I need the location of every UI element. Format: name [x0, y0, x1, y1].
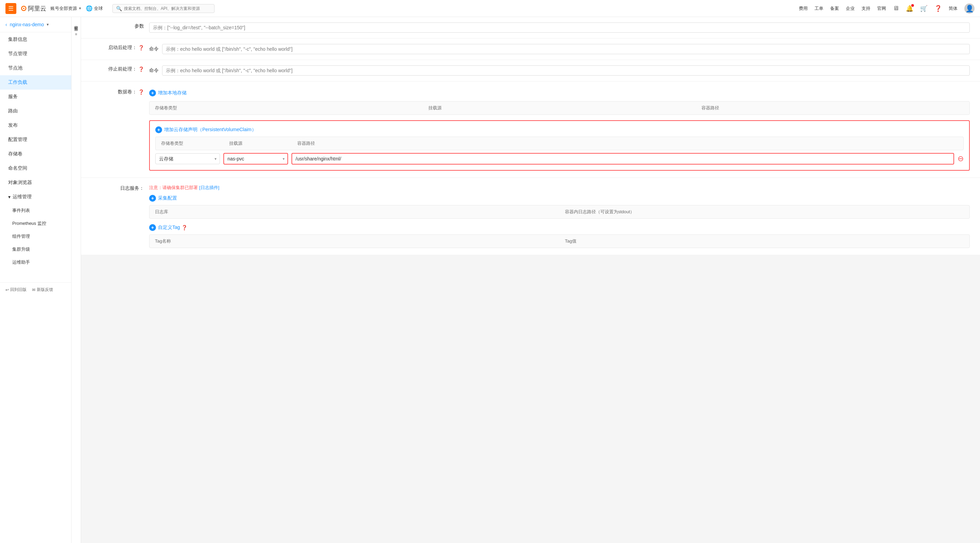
data-volume-label: 数据卷： — [118, 89, 137, 95]
pre-stop-input[interactable] — [162, 65, 970, 76]
tag-value-col: Tag值 — [560, 235, 969, 248]
sidebar-project-arrow-icon[interactable]: ▾ — [47, 22, 49, 27]
back-icon: ↩ — [5, 288, 9, 292]
user-avatar[interactable]: 👤 — [964, 3, 975, 14]
pvc-storage-type-col: 存储卷类型 — [156, 137, 224, 150]
collapsed-key-panel-label: 密钥配置 — [72, 17, 81, 31]
hamburger-button[interactable]: ☰ — [5, 3, 16, 14]
pvc-container-path-col: 容器路径 — [292, 137, 963, 150]
collapsed-panel-toggle[interactable]: ≡ — [73, 31, 78, 37]
global-selector[interactable]: 🌐 全球 — [86, 5, 103, 11]
log-path-col: 容器内日志路径（可设置为stdout） — [560, 205, 969, 218]
bell-icon-wrapper[interactable]: 🔔 — [906, 5, 913, 12]
local-container-path-col: 容器路径 — [696, 102, 969, 115]
params-label: 参数 — [91, 23, 144, 29]
params-input[interactable] — [149, 22, 970, 33]
search-icon: 🔍 — [116, 6, 122, 11]
storage-type-select[interactable]: 云存储 本地存储 临时目录 — [155, 153, 220, 164]
sidebar-item-node-pool[interactable]: 节点池 — [0, 61, 71, 75]
pre-stop-cmd-label: 命令 — [149, 67, 159, 73]
collect-config-button[interactable]: + 采集配置 — [149, 195, 970, 202]
search-box[interactable]: 🔍 — [112, 4, 215, 13]
add-pvc-label: 增加云存储声明（PersistentVolumeClaim） — [164, 127, 256, 133]
nav-backup[interactable]: 备案 — [830, 5, 839, 11]
sidebar-footer: ↩ 回到旧版 ✉ 新版反馈 — [0, 282, 71, 297]
pre-stop-section: 停止前处理： ❓ 命令 — [81, 60, 980, 81]
nav-workbench[interactable]: 工单 — [815, 5, 823, 11]
sidebar-item-workload[interactable]: 工作负载 — [0, 75, 71, 89]
hamburger-icon: ☰ — [8, 5, 14, 12]
local-mount-source-col: 挂载源 — [423, 102, 696, 115]
pre-stop-help-icon[interactable]: ❓ — [138, 67, 144, 72]
sidebar-item-node-management[interactable]: 节点管理 — [0, 47, 71, 61]
post-start-section: 启动后处理： ❓ 命令 — [81, 38, 980, 60]
log-table-header: 日志库 容器内日志路径（可设置为stdout） — [149, 205, 970, 219]
main-content: 参数 启动后处理： ❓ 命令 停止前处理： ❓ 命令 — [81, 17, 980, 543]
custom-tag-add-row: + 自定义Tag ❓ — [149, 224, 970, 231]
sidebar-item-release[interactable]: 发布 — [0, 118, 71, 132]
sidebar-group-ops-arrow-icon: ▾ — [8, 194, 11, 200]
pvc-table-header: 存储卷类型 挂载源 容器路径 — [155, 137, 964, 150]
logo-text: 阿里云 — [28, 5, 46, 13]
collapsed-key-panel: 密钥配置 ≡ — [72, 17, 81, 543]
new-version-feedback-button[interactable]: ✉ 新版反馈 — [32, 287, 53, 293]
log-plugin-link[interactable]: [日志插件] — [199, 185, 219, 191]
mount-source-select[interactable]: nas-pvc pvc-demo — [223, 153, 288, 164]
post-start-input[interactable] — [162, 44, 970, 54]
sidebar-item-namespace[interactable]: 命名空间 — [0, 161, 71, 175]
sidebar-item-config-management[interactable]: 配置管理 — [0, 132, 71, 147]
help-icon[interactable]: ❓ — [934, 5, 942, 12]
nav-simplified[interactable]: 简体 — [949, 5, 958, 11]
sidebar-item-cluster-info[interactable]: 集群信息 — [0, 32, 71, 47]
nav-enterprise[interactable]: 企业 — [846, 5, 855, 11]
add-local-storage-plus-icon: + — [149, 89, 156, 96]
add-custom-tag-button[interactable]: 自定义Tag ❓ — [158, 225, 187, 231]
sidebar-item-storage[interactable]: 存储卷 — [0, 147, 71, 161]
pvc-section: + 增加云存储声明（PersistentVolumeClaim） 存储卷类型 挂… — [149, 120, 970, 171]
storage-type-select-wrapper: 云存储 本地存储 临时目录 ▼ — [155, 153, 220, 164]
sidebar-item-service[interactable]: 服务 — [0, 89, 71, 104]
sidebar-project-name[interactable]: nginx-nas-demo — [10, 22, 44, 27]
sidebar-item-component-management[interactable]: 组件管理 — [0, 230, 71, 243]
sidebar-back-button[interactable]: ‹ — [5, 22, 7, 27]
log-service-label: 日志服务： — [91, 185, 144, 191]
params-section: 参数 — [81, 17, 980, 38]
mount-source-select-wrapper: nas-pvc pvc-demo ▼ — [223, 153, 288, 164]
data-volume-section: 数据卷： ❓ + 增加本地存储 存储卷类型 挂载源 容器路径 副本数 — [81, 81, 980, 178]
monitor-icon[interactable]: 🖥 — [893, 5, 899, 12]
custom-tag-help-icon[interactable]: ❓ — [181, 225, 187, 230]
custom-tag-area: + 自定义Tag ❓ Tag名称 Tag值 — [149, 224, 970, 248]
sidebar-item-event-list[interactable]: 事件列表 — [0, 204, 71, 217]
nav-official[interactable]: 官网 — [877, 5, 886, 11]
post-start-label-wrapper: 启动后处理： ❓ — [91, 45, 144, 51]
post-start-row: 命令 — [149, 44, 970, 54]
bell-notification-dot — [911, 4, 914, 7]
data-volume-help-icon[interactable]: ❓ — [138, 89, 144, 95]
cart-icon[interactable]: 🛒 — [920, 5, 928, 12]
sidebar-header: ‹ nginx-nas-demo ▾ — [0, 17, 71, 32]
container-path-input[interactable] — [291, 153, 954, 164]
account-arrow-icon: ▼ — [78, 6, 82, 10]
nav-fee[interactable]: 费用 — [799, 5, 808, 11]
sidebar-item-ops-assistant[interactable]: 运维助手 — [0, 256, 71, 269]
search-input[interactable] — [124, 6, 211, 11]
log-notice: 注意：请确保集群已部署 [日志插件] — [149, 185, 970, 191]
sidebar-item-routing[interactable]: 路由 — [0, 104, 71, 118]
local-storage-table-header: 存储卷类型 挂载源 容器路径 — [149, 101, 970, 115]
nav-support[interactable]: 支持 — [862, 5, 870, 11]
add-custom-tag-plus-icon[interactable]: + — [149, 224, 156, 231]
account-selector[interactable]: 账号全部资源 ▼ — [50, 5, 82, 11]
pre-stop-row: 命令 — [149, 65, 970, 76]
data-volume-label-wrapper: 数据卷： ❓ — [91, 89, 144, 95]
add-local-storage-button[interactable]: + 增加本地存储 — [149, 88, 970, 98]
sidebar-item-cluster-upgrade[interactable]: 集群升级 — [0, 243, 71, 256]
sidebar-item-object-browser[interactable]: 对象浏览器 — [0, 175, 71, 190]
sidebar-group-ops-header[interactable]: ▾ 运维管理 — [0, 190, 71, 204]
log-notice-text: 注意：请确保集群已部署 — [149, 185, 198, 191]
sidebar-item-prometheus[interactable]: Prometheus 监控 — [0, 217, 71, 230]
back-to-old-version-button[interactable]: ↩ 回到旧版 — [5, 287, 27, 293]
sidebar-group-ops: ▾ 运维管理 事件列表 Prometheus 监控 组件管理 集群升级 运维助手 — [0, 190, 71, 269]
add-pvc-button[interactable]: + 增加云存储声明（PersistentVolumeClaim） — [155, 126, 964, 133]
remove-pvc-row-button[interactable]: ⊖ — [958, 154, 964, 163]
post-start-help-icon[interactable]: ❓ — [138, 45, 144, 50]
